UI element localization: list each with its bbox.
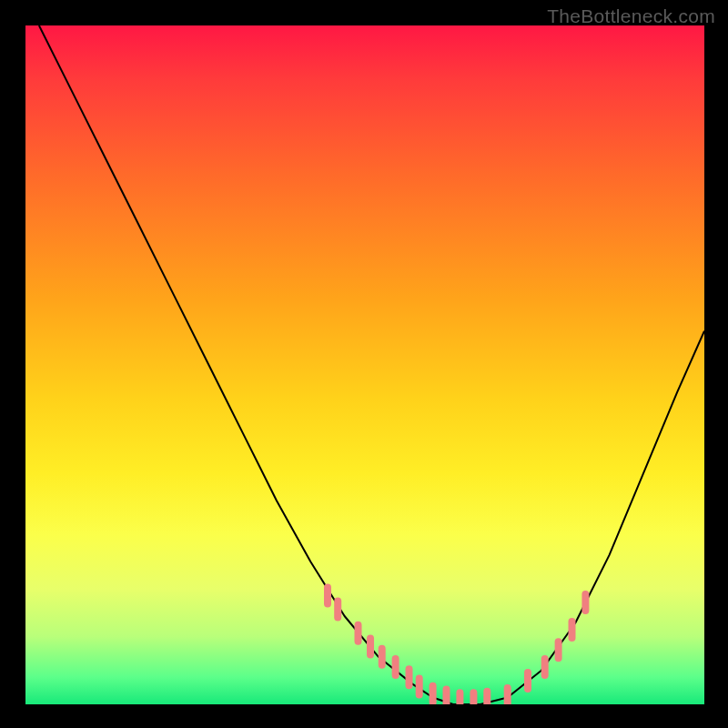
chart-svg xyxy=(25,25,704,704)
chart-frame: TheBottleneck.com xyxy=(0,0,728,728)
curve-line xyxy=(39,25,704,704)
chart-plot-area xyxy=(25,25,705,705)
watermark-text: TheBottleneck.com xyxy=(547,5,715,27)
